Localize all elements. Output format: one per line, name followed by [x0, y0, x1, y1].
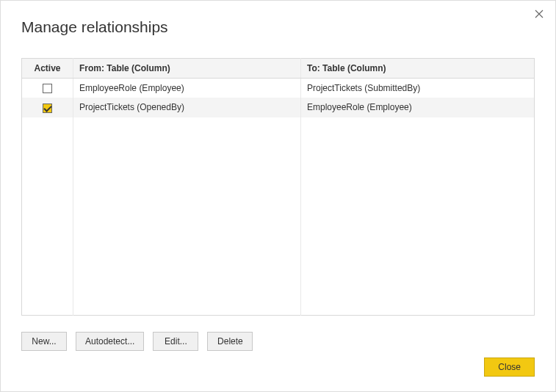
new-button[interactable]: New...: [21, 332, 67, 351]
header-to: To: Table (Column): [301, 59, 535, 79]
action-button-row: New... Autodetect... Edit... Delete: [1, 316, 555, 351]
manage-relationships-dialog: Manage relationships Active From: Table …: [0, 0, 556, 392]
dialog-content: Active From: Table (Column) To: Table (C…: [1, 36, 555, 316]
cell-to: EmployeeRole (Employee): [301, 98, 535, 117]
cell-to: ProjectTickets (SubmittedBy): [301, 79, 535, 98]
dialog-title: Manage relationships: [1, 1, 555, 36]
table-row[interactable]: ProjectTickets (OpenedBy) EmployeeRole (…: [22, 98, 535, 117]
active-checkbox[interactable]: [43, 104, 52, 113]
close-button[interactable]: Close: [484, 357, 535, 377]
table-header-row: Active From: Table (Column) To: Table (C…: [22, 59, 535, 79]
table-row[interactable]: EmployeeRole (Employee) ProjectTickets (…: [22, 79, 535, 98]
table-filler: [22, 117, 535, 316]
autodetect-button[interactable]: Autodetect...: [76, 332, 144, 351]
edit-button[interactable]: Edit...: [153, 332, 198, 351]
close-icon[interactable]: [532, 7, 546, 21]
cell-from: EmployeeRole (Employee): [73, 79, 301, 98]
relationships-table: Active From: Table (Column) To: Table (C…: [21, 58, 535, 316]
header-active: Active: [22, 59, 73, 79]
footer-row: Close: [484, 357, 535, 377]
active-checkbox[interactable]: [43, 84, 52, 93]
delete-button[interactable]: Delete: [207, 332, 253, 351]
cell-from: ProjectTickets (OpenedBy): [73, 98, 301, 117]
header-from: From: Table (Column): [73, 59, 301, 79]
